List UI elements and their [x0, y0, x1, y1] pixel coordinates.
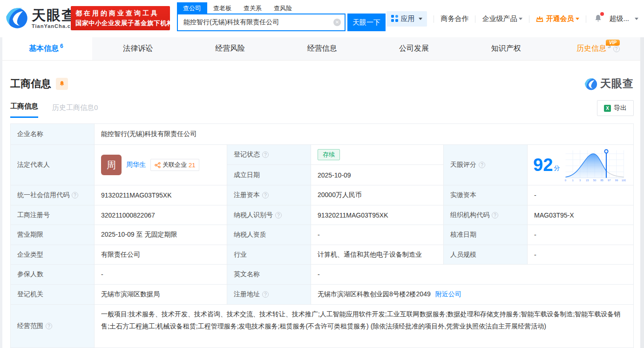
chart-x-axis: 0 1 3 15 50 85 97 99 100: [565, 179, 626, 182]
nearby-companies-link[interactable]: 附近公司: [435, 290, 461, 299]
help-icon[interactable]: [262, 192, 269, 198]
chevron-down-icon: [419, 18, 422, 20]
avatar[interactable]: 周: [101, 155, 122, 175]
tianyancha-logo[interactable]: 天眼查 TianYanCha.com: [5, 6, 79, 32]
field-label-company-type: 企业类型: [11, 245, 95, 265]
user-name: 超级...: [609, 14, 629, 23]
related-companies-badge[interactable]: 关联企业 21: [150, 159, 199, 171]
notification-bell-icon[interactable]: [594, 14, 603, 24]
field-value-insured-count: -: [95, 265, 227, 285]
relation-graph-icon: [155, 162, 161, 168]
tab-company-development[interactable]: 公司发展: [368, 37, 460, 60]
tab-intellectual-property[interactable]: 知识产权: [460, 37, 552, 60]
svg-text:3: 3: [579, 179, 581, 182]
svg-text:0: 0: [565, 179, 567, 182]
crown-icon: [536, 16, 543, 22]
tab-basic-info[interactable]: 基本信息 6: [0, 37, 92, 60]
help-icon[interactable]: [46, 323, 52, 329]
apps-grid-icon: [391, 15, 398, 23]
help-icon[interactable]: [492, 212, 498, 218]
field-value-legal-representative: 周 周华生 关联企业 21: [95, 145, 227, 185]
svg-text:1: 1: [572, 179, 574, 182]
field-value-paid-capital: -: [528, 185, 633, 205]
field-value-registration-authority: 无锡市滨湖区数据局: [95, 285, 227, 305]
field-value-registration-number: 320211000822067: [95, 205, 227, 225]
help-icon[interactable]: [275, 212, 282, 218]
main-content: 工商信息 天眼查 工商信息 历史工商信息0 导出 企业名称 能控智行(无锡)科: [0, 76, 644, 348]
chevron-down-icon: [519, 18, 522, 20]
label-text: 登记状态: [234, 150, 260, 159]
monitor-bell-button[interactable]: [56, 78, 68, 90]
search-tab-relation[interactable]: 查关系: [237, 2, 268, 14]
search-button[interactable]: 天眼一下: [347, 14, 386, 31]
chevron-down-icon: [576, 18, 579, 20]
help-icon[interactable]: [479, 162, 485, 168]
label-text: 组织机构代码: [450, 211, 489, 219]
apps-menu[interactable]: 应用: [386, 11, 427, 27]
field-label-registration-authority: 登记机关: [11, 285, 95, 305]
tab-legal-proceedings[interactable]: 法律诉讼: [92, 37, 184, 60]
business-info-table: 企业名称 能控智行(无锡)科技有限责任公司 法定代表人 周 周华生 关联企业 2…: [10, 123, 634, 348]
search-box: 查公司 查老板 查关系 查风险 天眼一下: [177, 2, 386, 31]
help-icon[interactable]: [72, 192, 78, 198]
score-value: 92: [533, 156, 553, 174]
tab-label: 公司发展: [399, 44, 429, 54]
promo-banner: 都在用的商业查询工具 国家中小企业发展子基金旗下机构: [71, 6, 170, 30]
help-icon[interactable]: [262, 151, 269, 158]
label-text: 纳税人识别号: [234, 211, 273, 219]
watermark-text: 天眼查: [600, 76, 634, 91]
field-label-registered-capital: 注册资本: [227, 185, 311, 205]
svg-text:85: 85: [601, 179, 604, 182]
bell-icon: [59, 80, 65, 87]
tab-history-info[interactable]: VIP 历史信息 3: [552, 37, 644, 60]
field-label-english-name: 英文名称: [227, 265, 311, 285]
menu-business-coop[interactable]: 商务合作: [441, 14, 468, 23]
tab-label: 历史信息: [576, 44, 606, 54]
field-label-taxpayer-qualification: 纳税人资质: [227, 225, 311, 245]
label-text: 天眼评分: [450, 161, 476, 169]
open-vip-button[interactable]: 开通会员: [536, 14, 579, 23]
user-account[interactable]: 超级...: [609, 14, 629, 23]
subtab-history-business-info[interactable]: 历史工商信息0: [52, 103, 98, 118]
export-button[interactable]: 导出: [597, 100, 634, 116]
search-tab-company[interactable]: 查公司: [177, 2, 207, 14]
help-icon[interactable]: [613, 46, 620, 52]
field-value-org-code: MAG03T95-X: [528, 205, 633, 225]
score-unit: 分: [554, 164, 560, 172]
export-label: 导出: [614, 104, 627, 112]
search-tab-boss[interactable]: 查老板: [207, 2, 237, 14]
clear-icon[interactable]: [333, 19, 341, 26]
tab-count: 6: [60, 43, 63, 49]
svg-text:97: 97: [608, 179, 610, 182]
divider: [475, 15, 475, 23]
field-label-industry: 行业: [227, 245, 311, 265]
tab-operating-info[interactable]: 经营信息: [276, 37, 368, 60]
field-value-approval-date: -: [528, 225, 633, 245]
field-value-industry: 计算机、通信和其他电子设备制造业: [311, 245, 444, 265]
chevron-down-icon[interactable]: [635, 18, 638, 20]
field-value-credit-code: 91320211MAG03T95XK: [95, 185, 227, 205]
search-input[interactable]: [177, 14, 346, 31]
top-header: 天眼查 TianYanCha.com 都在用的商业查询工具 国家中小企业发展子基…: [0, 0, 644, 37]
field-label-credit-code: 统一社会信用代码: [11, 185, 95, 205]
field-label-staff-size: 人员规模: [444, 245, 528, 265]
tab-operating-risk[interactable]: 经营风险: [184, 37, 276, 60]
menu-enterprise-products[interactable]: 企业级产品: [482, 14, 522, 23]
svg-text:99: 99: [615, 179, 618, 182]
top-menu: 应用 商务合作 企业级产品 开通会员 超级...: [386, 11, 638, 27]
field-value-company-type: 有限责任公司: [95, 245, 227, 265]
score-distribution-chart: 0 1 3 15 50 85 97 99 100: [563, 148, 626, 182]
subtab-business-info[interactable]: 工商信息: [10, 102, 38, 118]
company-nav-tabs: 基本信息 6 法律诉讼 经营风险 经营信息 公司发展 知识产权 VIP 历史信息…: [0, 37, 644, 61]
field-label-paid-capital: 实缴资本: [444, 185, 528, 205]
promo-line1: 都在用的商业查询工具: [75, 9, 165, 18]
tab-label: 经营信息: [307, 44, 337, 54]
page-scrollbar-track[interactable]: [640, 37, 644, 348]
field-label-establish-date: 成立日期: [227, 165, 311, 185]
search-tab-risk[interactable]: 查风险: [268, 2, 298, 14]
tianyancha-logo-icon: [5, 6, 29, 32]
legal-rep-link[interactable]: 周华生: [126, 161, 146, 169]
field-value-english-name: -: [311, 265, 633, 285]
field-value-business-scope: 一般项目:技术服务、技术开发、技术咨询、技术交流、技术转让、技术推广;人工智能应…: [95, 305, 633, 348]
help-icon[interactable]: [262, 291, 269, 298]
